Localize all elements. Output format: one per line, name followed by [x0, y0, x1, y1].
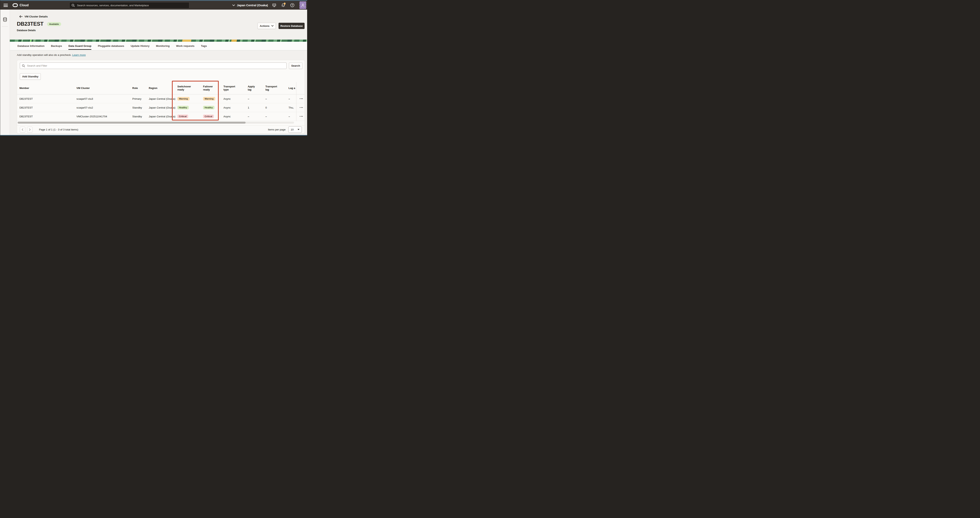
filter-search-input[interactable]: [27, 64, 285, 67]
dev-console-icon: [272, 3, 276, 7]
chevron-right-icon: [29, 128, 30, 131]
cell-failover: Critical: [203, 114, 215, 118]
cell-transport-type: Async: [223, 115, 237, 118]
tab-pluggable-databases[interactable]: Pluggable databases: [98, 42, 124, 50]
cell-lag: –: [288, 115, 295, 118]
tab-data-guard-group[interactable]: Data Guard Group: [68, 42, 91, 50]
filter-search-box[interactable]: [20, 62, 286, 69]
items-per-page-select[interactable]: 10: [288, 126, 302, 133]
tab-backups[interactable]: Backups: [51, 42, 62, 50]
cell-role: Standby: [132, 106, 142, 109]
col-lag[interactable]: Lag a: [288, 87, 295, 90]
items-per-page-value: 10: [291, 128, 294, 131]
main-content: VM Cluster Details DB23TEST Available Da…: [10, 10, 307, 135]
col-failover-ready[interactable]: Failover ready: [203, 85, 215, 92]
help-button[interactable]: ?: [290, 3, 294, 7]
horizontal-scrollbar[interactable]: [18, 122, 294, 124]
info-note: Add standby operation will also do a pre…: [17, 54, 86, 56]
page: Cloud Japan Central (Osaka) ?: [0, 0, 307, 136]
tab-database-information[interactable]: Database Information: [18, 42, 45, 50]
pagination-summary: Page 1 of 1 (1 - 3 of 3 total items): [39, 128, 78, 131]
cell-transport-lag: –: [266, 115, 279, 118]
topbar: Cloud Japan Central (Osaka) ?: [0, 1, 307, 10]
tab-work-requests[interactable]: Work requests: [176, 42, 194, 50]
search-button[interactable]: Search: [289, 62, 302, 69]
col-vm-cluster[interactable]: VM Cluster: [76, 87, 90, 90]
table-row: DB23TEST VMCluster-202511041704 Standby …: [17, 112, 305, 121]
actions-label: Actions: [260, 24, 269, 27]
cell-failover: Healthy: [203, 106, 215, 109]
brand-label: Cloud: [20, 3, 29, 7]
cell-apply-lag: –: [248, 97, 256, 100]
table-row: DB23TEST scaqar07-clu3 Primary Japan Cen…: [17, 94, 305, 103]
oracle-cloud-logo[interactable]: Cloud: [13, 3, 29, 7]
restore-database-button[interactable]: Restore Database: [278, 23, 305, 29]
cell-role: Primary: [132, 97, 142, 100]
col-region[interactable]: Region: [149, 87, 158, 90]
caret-down-icon: [298, 129, 299, 130]
cell-member-link[interactable]: DB23TEST: [19, 115, 33, 118]
cell-switchover: Healthy: [177, 106, 191, 109]
pinned-column-divider: [296, 82, 296, 121]
cell-lag: Thu,: [288, 106, 295, 109]
user-avatar[interactable]: [299, 2, 306, 9]
window-bottom-edge: [0, 135, 307, 136]
cell-vm-cluster-link[interactable]: scaqar07-clu3: [76, 97, 93, 100]
search-icon: [72, 4, 75, 7]
status-badge: Available: [47, 22, 61, 26]
tab-monitoring[interactable]: Monitoring: [156, 42, 170, 50]
database-nav-button[interactable]: [0, 15, 10, 24]
cell-switchover: Critical: [177, 114, 191, 118]
actions-button[interactable]: Actions: [258, 23, 276, 29]
cell-vm-cluster-link[interactable]: VMCluster-202511041704: [76, 115, 107, 118]
page-title: DB23TEST: [17, 21, 43, 27]
next-page-button[interactable]: [27, 127, 33, 133]
back-arrow-icon: [19, 15, 23, 18]
learn-more-link[interactable]: Learn more: [72, 54, 86, 56]
global-search-input[interactable]: [76, 4, 187, 7]
row-actions-button[interactable]: [299, 106, 303, 108]
decorative-banner: [10, 40, 307, 42]
col-transport-lag[interactable]: Transport lag: [266, 85, 279, 92]
items-per-page-label: Items per page: [268, 128, 286, 131]
cell-transport-lag: 0: [266, 106, 279, 109]
tab-tags[interactable]: Tags: [201, 42, 207, 50]
topbar-right: Japan Central (Osaka) ?: [232, 1, 307, 10]
dev-console-button[interactable]: [272, 3, 276, 7]
failover-badge: Warning: [203, 97, 215, 100]
menu-icon[interactable]: [3, 4, 8, 7]
col-role[interactable]: Role: [132, 87, 138, 90]
switchover-badge: Warning: [177, 97, 189, 100]
left-rail: [0, 10, 10, 135]
switchover-badge: Critical: [177, 114, 188, 118]
col-switchover-ready[interactable]: Switchover ready: [177, 85, 191, 92]
cell-vm-cluster-link[interactable]: scaqar07-clu2: [76, 106, 93, 109]
add-standby-button[interactable]: Add Standby: [20, 73, 41, 80]
scrollbar-thumb[interactable]: [18, 122, 246, 124]
chevron-down-icon: [271, 25, 274, 27]
tab-bar: Database Information Backups Data Guard …: [10, 42, 307, 50]
col-apply-lag[interactable]: Apply lag: [248, 85, 256, 92]
person-icon: [301, 3, 305, 8]
cell-lag: –: [288, 97, 295, 100]
cell-member-link[interactable]: DB23TEST: [19, 106, 33, 109]
help-icon: ?: [290, 3, 294, 7]
global-search-box[interactable]: [69, 2, 189, 8]
back-button[interactable]: VM Cluster Details: [19, 15, 48, 18]
cell-region: Japan Central (Osaka): [149, 106, 175, 109]
cell-apply-lag: 1: [248, 106, 256, 109]
search-icon: [22, 64, 25, 67]
notification-badge: [284, 3, 286, 5]
back-label: VM Cluster Details: [24, 15, 48, 18]
row-actions-button[interactable]: [299, 115, 303, 118]
oracle-logo-icon: [13, 3, 18, 7]
row-actions-button[interactable]: [299, 98, 303, 100]
cell-region: Japan Central (Osaka): [149, 97, 175, 100]
tab-update-history[interactable]: Update History: [131, 42, 150, 50]
notifications-button[interactable]: [281, 3, 285, 7]
prev-page-button[interactable]: [20, 127, 25, 133]
region-selector[interactable]: Japan Central (Osaka): [232, 3, 268, 7]
col-member[interactable]: Member: [19, 87, 29, 90]
col-transport-type[interactable]: Transport type: [223, 85, 237, 92]
failover-badge: Healthy: [203, 106, 215, 109]
